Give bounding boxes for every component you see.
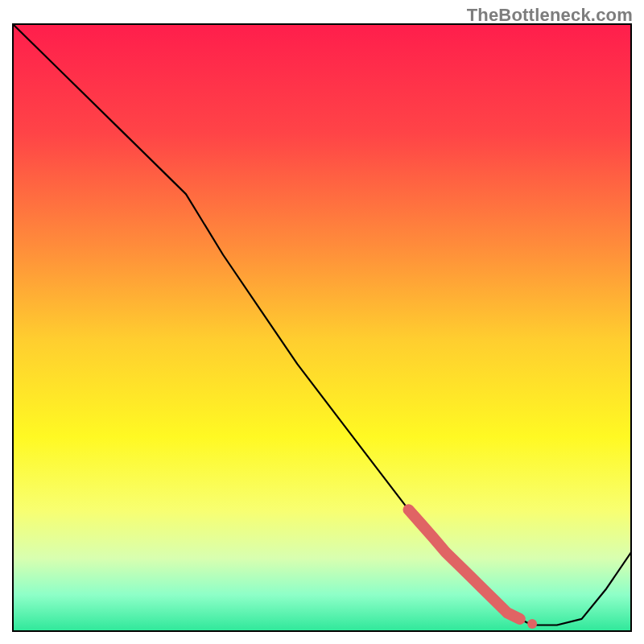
chart-container: TheBottleneck.com — [0, 0, 644, 644]
highlight-dot — [515, 614, 525, 624]
highlight-dot — [527, 619, 537, 629]
bottleneck-chart — [0, 0, 644, 644]
highlight-dot — [497, 602, 506, 612]
